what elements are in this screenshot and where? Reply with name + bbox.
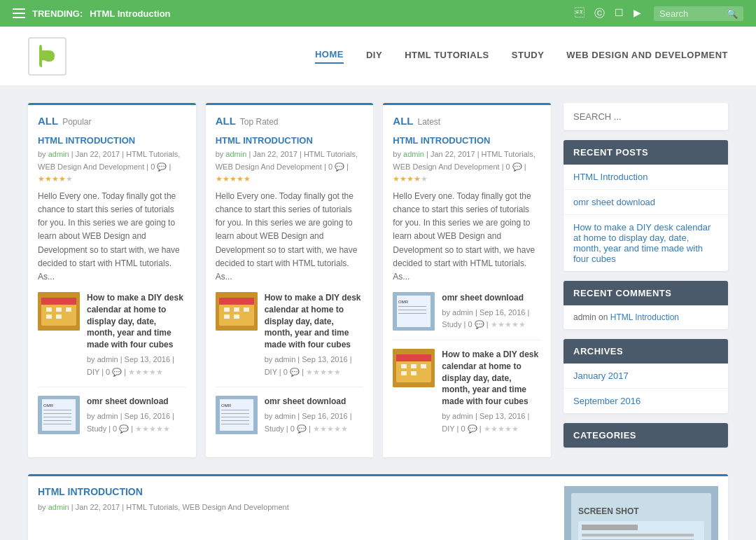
sidebar-categories: CATEGORIES — [564, 423, 728, 448]
main-container: ALL Popular HTML INTRODUCTION by admin |… — [0, 86, 756, 474]
mini-post-title-1-top-rated[interactable]: How to make a DIY desk calendar at home … — [265, 292, 364, 351]
main-post-meta-popular: by admin | Jan 22, 2017 | HTML Tutorials… — [38, 148, 186, 186]
bottom-card: HTML INTRODUCTION by admin | Jan 22, 201… — [28, 474, 728, 540]
nav-html-tutorials[interactable]: HTML TUTORIALS — [405, 50, 489, 63]
svg-text:OMR: OMR — [221, 403, 232, 408]
mini-post-meta-1-top-rated: by admin | Sep 13, 2016 | DIY | 0 💬 | ★★… — [265, 354, 364, 378]
main-post-excerpt-top-rated: Hello Every one. Today finally got the c… — [216, 190, 364, 284]
recent-posts-title: RECENT POSTS — [564, 140, 728, 165]
categories-title: CATEGORIES — [564, 423, 728, 448]
main-post-meta-latest: by admin | Jan 22, 2017 | HTML Tutorials… — [393, 148, 541, 186]
mini-thumb-calendar-2 — [216, 292, 258, 331]
svg-rect-45 — [411, 371, 416, 375]
mini-post-1-top-rated: How to make a DIY desk calendar at home … — [216, 292, 364, 387]
svg-rect-44 — [401, 371, 407, 375]
main-post-title-top-rated[interactable]: HTML INTRODUCTION — [216, 135, 364, 146]
mini-post-meta-2-popular: by admin | Sep 16, 2016 | Study | 0 💬 | … — [87, 410, 186, 435]
hamburger-menu[interactable] — [13, 8, 25, 18]
svg-rect-3 — [46, 307, 52, 312]
mini-thumb-omr-2: OMR — [216, 396, 258, 434]
svg-rect-19 — [224, 307, 230, 312]
bottom-card-left: HTML INTRODUCTION by admin | Jan 22, 201… — [38, 486, 554, 540]
archives-title: ARCHIVES — [564, 339, 728, 364]
bottom-section: HTML INTRODUCTION by admin | Jan 22, 201… — [0, 474, 756, 540]
main-post-excerpt-popular: Hello Every one. Today finally got the c… — [38, 190, 186, 284]
social-icons:  ⓒ ☐ ▶ — [575, 7, 641, 20]
sub-label-top-rated: Top Rated — [240, 117, 279, 127]
trending-title[interactable]: HTML Introduction — [90, 8, 170, 19]
recent-comments-title: RECENT COMMENTS — [564, 281, 728, 305]
bottom-post-title[interactable]: HTML INTRODUCTION — [38, 486, 554, 497]
top-search-bar[interactable]: 🔍 — [654, 6, 743, 21]
mini-post-info-1-top-rated: How to make a DIY desk calendar at home … — [265, 292, 364, 378]
mini-post-info-1-popular: How to make a DIY desk calendar at home … — [87, 292, 186, 378]
instagram-icon[interactable]: ☐ — [615, 7, 624, 20]
mini-post-title-2-latest[interactable]: How to make a DIY desk calendar at home … — [442, 349, 541, 408]
mini-post-meta-1-latest: by admin | Sep 16, 2016 | Study | 0 💬 | … — [442, 307, 541, 331]
nav-study[interactable]: STUDY — [512, 50, 545, 63]
svg-rect-21 — [244, 307, 249, 312]
sidebar-search-box[interactable] — [564, 103, 728, 130]
mini-thumb-omr-1: OMR — [38, 396, 80, 434]
svg-rect-2 — [41, 298, 76, 305]
svg-rect-4 — [56, 307, 62, 312]
main-post-title-popular[interactable]: HTML INTRODUCTION — [38, 135, 186, 146]
top-bar-right:  ⓒ ☐ ▶ 🔍 — [575, 6, 743, 21]
mini-post-meta-2-top-rated: by admin | Sep 16, 2016 | Study | 0 💬 | … — [265, 410, 364, 435]
mini-post-info-2-top-rated: omr sheet download by admin | Sep 16, 20… — [265, 396, 364, 435]
sidebar-search-input[interactable] — [573, 111, 718, 122]
svg-rect-31 — [221, 424, 249, 424]
svg-rect-28 — [221, 413, 249, 414]
top-search-input[interactable] — [659, 8, 722, 19]
svg-rect-6 — [46, 314, 52, 319]
mini-thumb-calendar-1 — [38, 292, 80, 331]
svg-rect-36 — [398, 310, 426, 310]
card-header-top-rated: ALL Top Rated — [216, 115, 364, 127]
mini-post-info-1-latest: omr sheet download by admin | Sep 16, 20… — [442, 292, 541, 331]
card-header-popular: ALL Popular — [38, 115, 186, 127]
mini-post-title-1-latest[interactable]: omr sheet download — [442, 292, 541, 304]
recent-post-1[interactable]: HTML Introduction — [564, 165, 728, 190]
archive-jan-2017[interactable]: January 2017 — [564, 364, 728, 389]
comment-link[interactable]: HTML Introduction — [610, 312, 679, 322]
logo-icon — [28, 37, 66, 76]
youtube-icon[interactable]: ▶ — [634, 7, 641, 20]
svg-rect-29 — [221, 417, 249, 417]
recent-post-2[interactable]: omr sheet download — [564, 190, 728, 215]
column-popular: ALL Popular HTML INTRODUCTION by admin |… — [28, 103, 196, 457]
search-icon[interactable]: 🔍 — [727, 8, 738, 19]
svg-rect-12 — [43, 413, 71, 414]
nav-home[interactable]: HOME — [315, 49, 344, 64]
mini-post-title-2-popular[interactable]: omr sheet download — [87, 396, 186, 408]
svg-rect-23 — [234, 314, 239, 319]
svg-rect-35 — [398, 306, 426, 307]
svg-rect-37 — [398, 313, 426, 314]
main-post-title-latest[interactable]: HTML INTRODUCTION — [393, 135, 541, 146]
sidebar-recent-comments: RECENT COMMENTS admin on HTML Introducti… — [564, 281, 728, 329]
main-post-excerpt-latest: Hello Every one. Today finally got the c… — [393, 190, 541, 284]
mini-post-title-1-popular[interactable]: How to make a DIY desk calendar at home … — [87, 292, 186, 351]
mini-post-title-2-top-rated[interactable]: omr sheet download — [265, 396, 364, 408]
mini-thumb-calendar-3 — [393, 349, 435, 387]
mini-post-1-latest: OMR omr sheet download by admin | Sep 16… — [393, 292, 541, 340]
logo[interactable] — [28, 37, 66, 76]
facebook-icon[interactable]:  — [575, 7, 584, 20]
nav-diy[interactable]: DIY — [366, 50, 382, 63]
sub-label-latest: Latest — [418, 117, 441, 127]
svg-rect-40 — [396, 354, 431, 361]
mini-post-2-latest: How to make a DIY desk calendar at home … — [393, 349, 541, 443]
mini-post-info-2-popular: omr sheet download by admin | Sep 16, 20… — [87, 396, 186, 435]
svg-rect-42 — [411, 364, 416, 368]
archive-sep-2016[interactable]: September 2016 — [564, 389, 728, 413]
svg-rect-43 — [421, 364, 426, 368]
svg-rect-22 — [224, 314, 230, 319]
nav-web-design[interactable]: WEB DESIGN AND DEVELOPMENT — [566, 50, 728, 63]
svg-rect-11 — [43, 410, 71, 410]
svg-text:OMR: OMR — [398, 300, 409, 304]
svg-text:SCREEN SHOT: SCREEN SHOT — [578, 506, 639, 516]
recent-post-3[interactable]: How to make a DIY desk calendar at home … — [564, 215, 728, 271]
recent-comment-1: admin on HTML Introduction — [564, 305, 728, 329]
sub-label-popular: Popular — [62, 117, 91, 127]
twitter-icon[interactable]: ⓒ — [594, 7, 605, 20]
svg-rect-7 — [56, 314, 62, 319]
